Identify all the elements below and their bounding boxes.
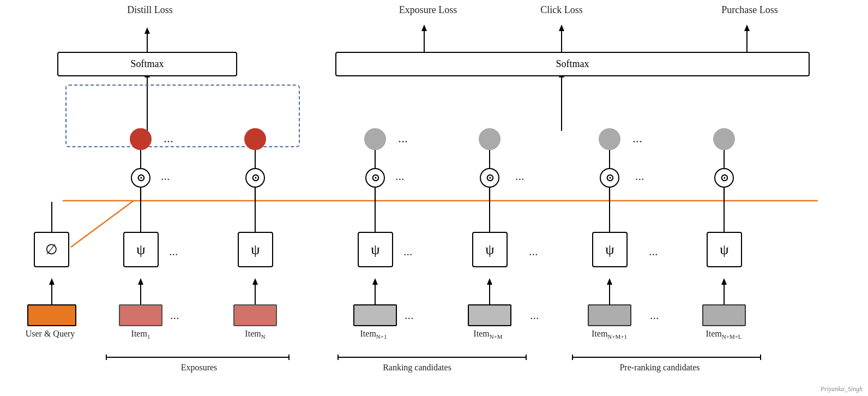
svg-marker-17 <box>138 278 143 285</box>
psi-box-N: ψ <box>238 232 273 267</box>
gray-node-2 <box>479 128 501 150</box>
ranking-candidates-label: Ranking candidates <box>360 363 474 373</box>
svg-marker-57 <box>144 27 150 34</box>
psi-box-N1: ψ <box>358 232 393 267</box>
svg-marker-33 <box>607 278 612 285</box>
input-rect-dots-2: ... <box>405 308 414 322</box>
dot-circles-1-dots: ... <box>161 169 170 183</box>
dot-circles-2-dots: ... <box>395 169 405 183</box>
itemN1-rect <box>353 304 397 326</box>
dot-product-N1: ⊙ <box>365 168 385 188</box>
dot-product-N: ⊙ <box>245 168 265 188</box>
psi-box-1: ψ <box>123 232 159 267</box>
gray-nodes-1-dots: ... <box>398 131 408 146</box>
watermark: Priyanka_Singh <box>821 385 863 393</box>
itemNML-label: ItemN+M+L <box>690 329 758 340</box>
user-query-rect <box>27 304 76 326</box>
dot-product-NM: ⊙ <box>480 168 499 188</box>
itemN-label: ItemN <box>228 329 282 340</box>
psi-box-NM: ψ <box>472 232 508 267</box>
exposures-label: Exposures <box>147 363 251 373</box>
svg-marker-59 <box>421 25 427 31</box>
svg-marker-63 <box>744 25 750 31</box>
gray-node-4 <box>713 128 735 150</box>
itemN1-label: ItemN+1 <box>343 329 403 340</box>
purchase-loss-label: Purchase Loss <box>701 4 799 16</box>
svg-marker-14 <box>49 278 55 285</box>
psi-boxes-dots-4: ... <box>649 244 658 259</box>
psi-box-NML: ψ <box>707 232 742 267</box>
dot-product-NML: ⊙ <box>714 168 734 188</box>
dot-circles-4-dots: ... <box>635 169 644 183</box>
psi-boxes-dots-3: ... <box>529 244 538 259</box>
svg-marker-29 <box>487 278 492 285</box>
svg-marker-37 <box>721 278 727 285</box>
right-softmax-box: Softmax <box>335 52 810 76</box>
phi-box: ∅ <box>34 232 69 267</box>
dot-product-1: ⊙ <box>131 168 150 188</box>
itemNM1-rect <box>588 304 631 326</box>
svg-marker-25 <box>372 278 378 285</box>
left-softmax-box: Softmax <box>57 52 237 76</box>
user-query-label: User & Query <box>12 329 88 339</box>
input-rect-dots-1: ... <box>170 308 179 322</box>
psi-label-1: ψ <box>136 242 145 258</box>
svg-marker-21 <box>252 278 258 285</box>
exposure-loss-label: Exposure Loss <box>382 4 474 16</box>
psi-label-NML: ψ <box>720 242 728 258</box>
item1-rect <box>119 304 162 326</box>
item1-label: Item1 <box>113 329 168 340</box>
distill-loss-label: Distill Loss <box>106 4 194 16</box>
gray-node-3 <box>599 128 620 150</box>
itemNML-rect <box>702 304 746 326</box>
red-nodes-dots: ... <box>164 131 173 146</box>
psi-boxes-dots-1: ... <box>169 244 178 259</box>
right-softmax-label: Softmax <box>556 58 589 70</box>
itemNM-label: ItemN+M <box>458 329 518 340</box>
red-node-2 <box>244 128 266 150</box>
gray-node-1 <box>364 128 386 150</box>
gray-nodes-2-dots: ... <box>632 131 642 146</box>
itemNM-rect <box>468 304 511 326</box>
input-rect-dots-4: ... <box>650 308 659 322</box>
psi-boxes-dots-2: ... <box>403 244 413 259</box>
dot-product-NM1: ⊙ <box>600 168 619 188</box>
input-rect-dots-3: ... <box>530 308 539 322</box>
itemNM1-label: ItemN+M+1 <box>575 329 643 340</box>
phi-label: ∅ <box>45 241 58 258</box>
red-node-1 <box>130 128 152 150</box>
psi-label-N1: ψ <box>371 242 379 258</box>
psi-label-N: ψ <box>251 242 260 258</box>
psi-label-NM1: ψ <box>605 242 614 258</box>
left-softmax-label: Softmax <box>131 58 164 70</box>
dot-circles-3-dots: ... <box>515 169 525 183</box>
svg-marker-61 <box>559 25 564 31</box>
preranking-candidates-label: Pre-ranking candidates <box>594 363 725 373</box>
psi-label-NM: ψ <box>485 242 494 258</box>
diagram-container: Distill Loss Exposure Loss Click Loss Pu… <box>0 0 868 396</box>
itemN-rect <box>233 304 277 326</box>
click-loss-label: Click Loss <box>521 4 602 16</box>
psi-box-NM1: ψ <box>592 232 628 267</box>
